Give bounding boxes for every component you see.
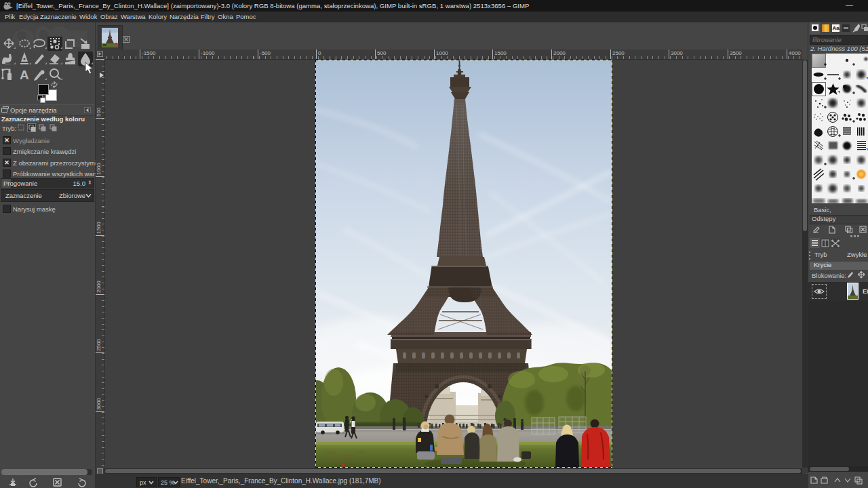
svg-text:A: A <box>20 68 29 82</box>
